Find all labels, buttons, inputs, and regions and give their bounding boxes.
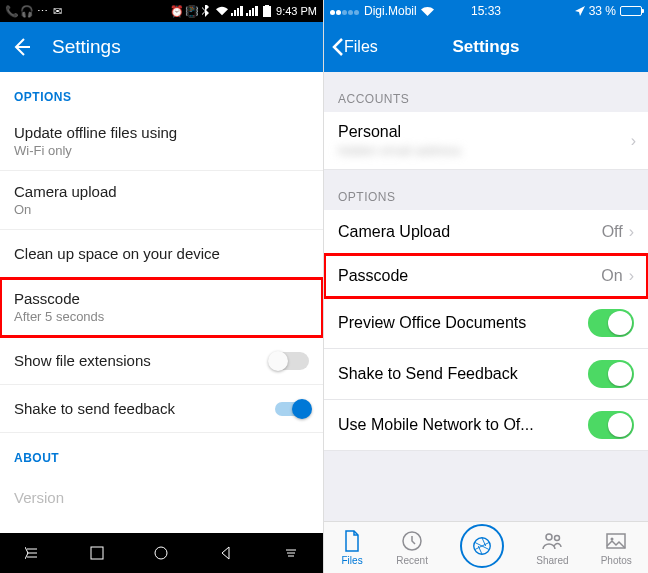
android-screen: 📞 🎧 ⋯ ✉ ⏰ 📳 9:43 PM Settings OPTIONS Upd… <box>0 0 324 573</box>
nav-menu-button[interactable] <box>21 542 43 564</box>
image-icon <box>604 529 628 553</box>
tab-camera[interactable] <box>460 524 504 568</box>
row-camera-upload[interactable]: Camera upload On <box>0 171 323 230</box>
vibrate-icon: 📳 <box>186 5 198 17</box>
row-title: Show file extensions <box>14 352 151 369</box>
battery-icon <box>620 6 642 16</box>
nav-back-button[interactable] <box>215 542 237 564</box>
signal-icon <box>330 4 360 18</box>
app-header: Settings <box>0 22 323 72</box>
page-title: Settings <box>52 36 121 58</box>
account-name: Personal <box>338 123 401 141</box>
row-subtitle: Wi-Fi only <box>14 143 177 158</box>
row-show-extensions[interactable]: Show file extensions <box>0 337 323 385</box>
row-update-offline[interactable]: Update offline files using Wi-Fi only <box>0 112 323 171</box>
row-title: Passcode <box>14 290 104 307</box>
tab-label: Photos <box>601 555 632 566</box>
row-title: Preview Office Documents <box>338 314 526 332</box>
tab-label: Shared <box>536 555 568 566</box>
tab-label: Recent <box>396 555 428 566</box>
headset-icon: 🎧 <box>21 5 33 17</box>
settings-list: OPTIONS Update offline files using Wi-Fi… <box>0 72 323 533</box>
page-title: Settings <box>452 37 519 57</box>
row-camera-upload[interactable]: Camera Upload Off › <box>324 210 648 254</box>
row-title: Camera Upload <box>338 223 450 241</box>
row-value: On <box>601 267 622 285</box>
svg-point-3 <box>155 547 167 559</box>
wifi-icon <box>421 7 434 16</box>
row-subtitle: On <box>14 202 117 217</box>
row-title: Version <box>14 489 64 506</box>
signal-icon-2 <box>246 5 258 17</box>
row-account-personal[interactable]: Personal hidden email address › <box>324 112 648 170</box>
tab-label: Files <box>342 555 363 566</box>
nav-overview-button[interactable] <box>280 542 302 564</box>
svg-rect-1 <box>265 5 269 6</box>
nav-recent-button[interactable] <box>86 542 108 564</box>
back-button[interactable]: Files <box>332 38 378 56</box>
svg-point-6 <box>546 534 552 540</box>
row-title: Update offline files using <box>14 124 177 141</box>
account-email: hidden email address <box>338 143 462 158</box>
bluetooth-icon <box>201 5 213 17</box>
toggle-shake[interactable] <box>275 402 309 416</box>
back-button[interactable] <box>12 37 32 57</box>
row-shake-feedback[interactable]: Shake to send feedback <box>0 385 323 433</box>
section-about: ABOUT <box>0 433 323 473</box>
more-icon: ⋯ <box>36 5 48 17</box>
tab-shared[interactable]: Shared <box>536 529 568 566</box>
row-cleanup[interactable]: Clean up space on your device <box>0 230 323 278</box>
status-time: 9:43 PM <box>276 5 317 17</box>
section-options: OPTIONS <box>324 170 648 210</box>
row-title: Shake to Send Feedback <box>338 365 518 383</box>
row-passcode[interactable]: Passcode On › <box>324 254 648 298</box>
row-shake-feedback[interactable]: Shake to Send Feedback <box>324 349 648 400</box>
status-bar: 📞 🎧 ⋯ ✉ ⏰ 📳 9:43 PM <box>0 0 323 22</box>
row-title: Shake to send feedback <box>14 400 175 417</box>
toggle-shake[interactable] <box>588 360 634 388</box>
svg-point-7 <box>555 536 560 541</box>
wifi-icon <box>216 5 228 17</box>
clock-icon <box>400 529 424 553</box>
android-nav-bar <box>0 533 323 573</box>
row-passcode[interactable]: Passcode After 5 seconds <box>0 278 323 337</box>
signal-icon <box>231 5 243 17</box>
row-value: Off <box>602 223 623 241</box>
tab-files[interactable]: Files <box>340 529 364 566</box>
chevron-right-icon: › <box>629 267 634 285</box>
row-mobile-network[interactable]: Use Mobile Network to Of... <box>324 400 648 451</box>
battery-pct: 33 % <box>589 4 616 18</box>
alarm-icon: ⏰ <box>171 5 183 17</box>
chevron-right-icon: › <box>631 132 636 150</box>
tab-photos[interactable]: Photos <box>601 529 632 566</box>
row-title: Passcode <box>338 267 408 285</box>
app-header: Files Settings <box>324 22 648 72</box>
file-icon <box>340 529 364 553</box>
toggle-preview[interactable] <box>588 309 634 337</box>
row-subtitle: After 5 seconds <box>14 309 104 324</box>
carrier-label: Digi.Mobil <box>364 4 417 18</box>
ios-tab-bar: Files Recent Shared Photos <box>324 521 648 573</box>
location-icon <box>575 6 585 16</box>
settings-list: ACCOUNTS Personal hidden email address ›… <box>324 72 648 521</box>
nav-home-button[interactable] <box>150 542 172 564</box>
row-preview-office[interactable]: Preview Office Documents <box>324 298 648 349</box>
ios-screen: Digi.Mobil 15:33 33 % Files Settings ACC… <box>324 0 648 573</box>
chevron-right-icon: › <box>629 223 634 241</box>
back-label: Files <box>344 38 378 56</box>
row-title: Clean up space on your device <box>14 245 220 262</box>
svg-rect-2 <box>91 547 103 559</box>
section-accounts: ACCOUNTS <box>324 72 648 112</box>
aperture-icon <box>471 535 493 557</box>
section-options: OPTIONS <box>0 72 323 112</box>
toggle-extensions[interactable] <box>269 352 309 370</box>
toggle-mobile[interactable] <box>588 411 634 439</box>
battery-icon <box>261 5 273 17</box>
row-title: Camera upload <box>14 183 117 200</box>
phone-icon: 📞 <box>6 5 18 17</box>
tab-recent[interactable]: Recent <box>396 529 428 566</box>
status-bar: Digi.Mobil 15:33 33 % <box>324 0 648 22</box>
row-version[interactable]: Version <box>0 473 323 521</box>
row-title: Use Mobile Network to Of... <box>338 416 534 434</box>
mail-icon: ✉ <box>51 5 63 17</box>
